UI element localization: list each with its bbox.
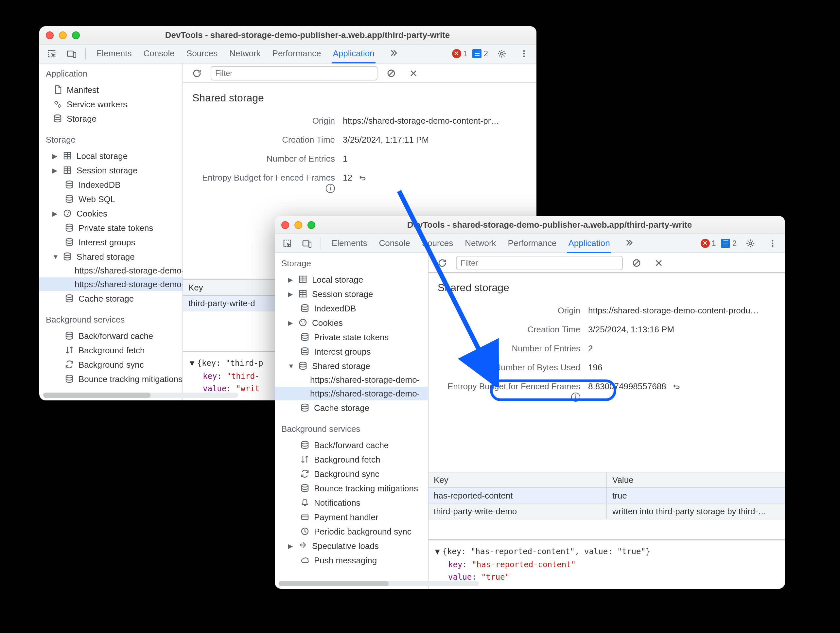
device-toggle-icon[interactable]	[63, 45, 80, 62]
sidebar-item-interest-groups[interactable]: Interest groups	[39, 235, 183, 249]
tab-network[interactable]: Network	[464, 234, 497, 253]
sidebar-item-session-storage[interactable]: ▶Session storage	[39, 163, 183, 177]
sidebar-item-shared-origin-2[interactable]: https://shared-storage-demo-	[275, 387, 428, 400]
error-badge[interactable]: ✕1	[700, 239, 716, 248]
close-button[interactable]	[281, 221, 289, 229]
info-badge[interactable]: ☰2	[721, 239, 737, 248]
filter-input[interactable]	[211, 66, 377, 80]
sidebar-item-cookies[interactable]: ▶Cookies	[275, 315, 428, 330]
sidebar-item-cache-storage[interactable]: Cache storage	[275, 400, 428, 415]
refresh-icon[interactable]	[434, 254, 451, 271]
titlebar[interactable]: DevTools - shared-storage-demo-publisher…	[275, 216, 785, 234]
sidebar-item-shared-origin-1[interactable]: https://shared-storage-demo-	[39, 264, 183, 278]
tab-sources[interactable]: Sources	[185, 44, 219, 63]
sidebar-item-shared-storage[interactable]: ▼Shared storage	[275, 358, 428, 373]
tab-elements[interactable]: Elements	[95, 44, 133, 63]
titlebar[interactable]: DevTools - shared-storage-demo-publisher…	[39, 26, 537, 44]
sidebar-item-bfcache[interactable]: Back/forward cache	[275, 438, 428, 452]
sidebar-item-shared-storage[interactable]: ▼Shared storage	[39, 249, 183, 264]
sidebar-item-bgsync[interactable]: Background sync	[275, 466, 428, 481]
reset-entropy-icon[interactable]	[357, 173, 367, 183]
sidebar-item-indexeddb[interactable]: IndexedDB	[39, 177, 183, 192]
sidebar-item-speculative-loads[interactable]: ▶Speculative loads	[275, 538, 428, 553]
table-row[interactable]: has-reported-content true	[428, 488, 785, 504]
table-row[interactable]: third-party-write-demo written into thir…	[428, 504, 785, 520]
tab-sources[interactable]: Sources	[421, 234, 454, 253]
tab-performance[interactable]: Performance	[507, 234, 558, 253]
info-badge[interactable]: ☰2	[473, 49, 488, 58]
close-icon[interactable]	[405, 65, 422, 82]
sidebar-item-service-workers[interactable]: Service workers	[39, 97, 183, 111]
zoom-button[interactable]	[308, 221, 315, 229]
minimize-button[interactable]	[59, 31, 67, 39]
sidebar-item-bounce[interactable]: Bounce tracking mitigations	[275, 481, 428, 495]
collapse-icon[interactable]: ▶	[288, 276, 294, 283]
sidebar-item-shared-origin-2[interactable]: https://shared-storage-demo-	[39, 278, 183, 291]
tab-console[interactable]: Console	[377, 234, 411, 253]
scrollbar-horizontal[interactable]	[279, 581, 428, 586]
close-button[interactable]	[46, 31, 54, 39]
col-key[interactable]: Key	[428, 473, 607, 488]
sidebar-item-push-messaging[interactable]: Push messaging	[275, 553, 428, 567]
sidebar-item-bgsync[interactable]: Background sync	[39, 357, 183, 372]
kebab-menu-icon[interactable]	[516, 45, 532, 62]
expand-icon[interactable]: ▼	[435, 547, 440, 556]
collapse-icon[interactable]: ▶	[52, 152, 58, 159]
sidebar-item-local-storage[interactable]: ▶Local storage	[39, 148, 183, 163]
tab-performance[interactable]: Performance	[271, 44, 322, 63]
scrollbar-horizontal[interactable]	[43, 393, 183, 398]
sidebar-item-notifications[interactable]: Notifications	[275, 495, 428, 510]
settings-icon[interactable]	[742, 235, 759, 252]
sidebar-item-shared-origin-1[interactable]: https://shared-storage-demo-	[275, 373, 428, 387]
clear-icon[interactable]	[383, 65, 400, 82]
sidebar-item-cache-storage[interactable]: Cache storage	[39, 291, 183, 306]
sidebar-item-bgfetch[interactable]: Background fetch	[275, 452, 428, 466]
scrollbar-thumb[interactable]	[279, 581, 389, 586]
settings-icon[interactable]	[493, 45, 510, 62]
sidebar-item-local-storage[interactable]: ▶Local storage	[275, 272, 428, 287]
tab-elements[interactable]: Elements	[330, 234, 368, 253]
expand-icon[interactable]: ▼	[190, 359, 194, 368]
inspect-icon[interactable]	[43, 45, 60, 62]
filter-input[interactable]	[456, 256, 623, 270]
collapse-icon[interactable]: ▶	[52, 210, 58, 217]
refresh-icon[interactable]	[188, 65, 205, 82]
close-icon[interactable]	[650, 254, 667, 271]
tab-network[interactable]: Network	[228, 44, 262, 63]
reset-entropy-icon[interactable]	[671, 382, 681, 391]
collapse-icon[interactable]: ▶	[288, 290, 294, 297]
sidebar-item-private-state-tokens[interactable]: Private state tokens	[275, 330, 428, 344]
tab-application[interactable]: Application	[332, 44, 376, 63]
error-badge[interactable]: ✕1	[452, 49, 467, 58]
sidebar-item-bgfetch[interactable]: Background fetch	[39, 343, 183, 357]
inspect-icon[interactable]	[279, 235, 296, 252]
sidebar-item-manifest[interactable]: Manifest	[39, 82, 183, 97]
expand-icon[interactable]: ▼	[52, 253, 58, 260]
sidebar-item-bounce[interactable]: Bounce tracking mitigations	[39, 372, 183, 386]
collapse-icon[interactable]: ▶	[288, 319, 294, 326]
sidebar-item-private-state-tokens[interactable]: Private state tokens	[39, 221, 183, 235]
zoom-button[interactable]	[72, 31, 80, 39]
collapse-icon[interactable]: ▶	[288, 542, 294, 549]
application-sidebar[interactable]: Storage ▶Local storage ▶Session storage …	[275, 253, 428, 589]
sidebar-item-storage[interactable]: Storage	[39, 111, 183, 126]
scrollbar-thumb[interactable]	[43, 393, 150, 398]
sidebar-item-session-storage[interactable]: ▶Session storage	[275, 287, 428, 301]
tab-console[interactable]: Console	[142, 44, 176, 63]
traffic-lights[interactable]	[46, 31, 80, 39]
collapse-icon[interactable]: ▶	[52, 167, 58, 174]
overflow-tabs-icon[interactable]	[385, 44, 402, 61]
overflow-tabs-icon[interactable]	[621, 234, 638, 251]
expand-icon[interactable]: ▼	[288, 362, 294, 369]
minimize-button[interactable]	[294, 221, 302, 229]
application-sidebar[interactable]: Application Manifest Service workers Sto…	[39, 63, 183, 400]
kebab-menu-icon[interactable]	[764, 235, 781, 252]
sidebar-item-websql[interactable]: Web SQL	[39, 192, 183, 206]
info-tooltip-icon[interactable]: i	[326, 183, 335, 193]
sidebar-item-periodic-sync[interactable]: Periodic background sync	[275, 524, 428, 538]
clear-icon[interactable]	[628, 254, 645, 271]
sidebar-item-payment-handler[interactable]: Payment handler	[275, 510, 428, 524]
sidebar-item-bfcache[interactable]: Back/forward cache	[39, 328, 183, 343]
tab-application[interactable]: Application	[567, 234, 611, 253]
sidebar-item-interest-groups[interactable]: Interest groups	[275, 344, 428, 358]
